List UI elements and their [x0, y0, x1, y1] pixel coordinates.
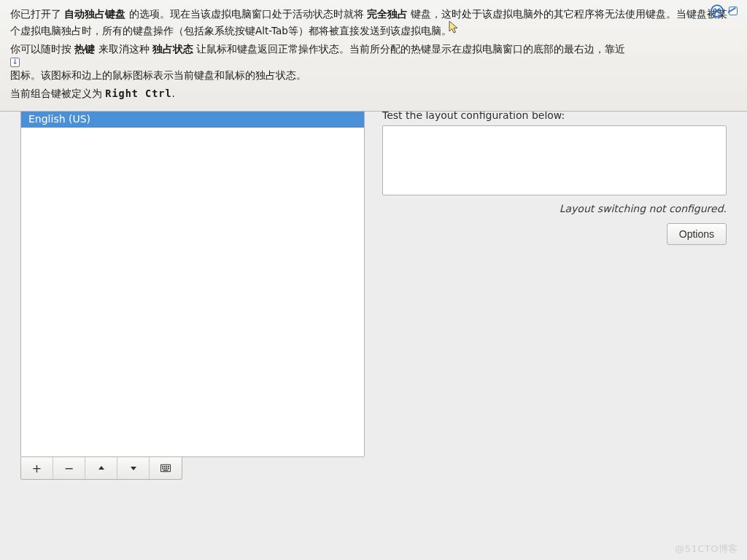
overlay-paragraph-3: 当前组合键被定义为 Right Ctrl. [10, 85, 737, 102]
move-down-button[interactable] [117, 457, 150, 479]
show-keyboard-button[interactable] [150, 457, 182, 479]
remove-layout-button[interactable]: − [53, 457, 85, 479]
svg-rect-7 [164, 468, 166, 470]
overlay-paragraph-1: 你已打开了 自动独占键盘 的选项。现在当该虚拟电脑窗口处于活动状态时就将 完全独… [10, 6, 737, 39]
svg-rect-2 [162, 466, 163, 467]
svg-rect-10 [163, 470, 169, 470]
list-item[interactable]: English (US) [21, 110, 364, 128]
keyboard-layout-list[interactable]: English (US) [20, 109, 365, 457]
test-layout-input[interactable] [382, 125, 727, 195]
add-layout-button[interactable]: + [21, 457, 53, 479]
svg-rect-8 [166, 468, 167, 470]
watermark-text: @51CTO博客 [675, 542, 738, 556]
close-overlay-icon[interactable] [711, 4, 724, 18]
svg-rect-6 [162, 468, 163, 470]
move-up-button[interactable] [85, 457, 117, 479]
svg-rect-5 [168, 466, 169, 467]
svg-rect-3 [164, 466, 166, 467]
overlay-paragraph-2: 你可以随时按 热键 来取消这种 独占状态 让鼠标和键盘返回正常操作状态。当前所分… [10, 41, 737, 84]
host-indicator-icon: ↓ [10, 58, 20, 67]
svg-rect-4 [166, 466, 167, 467]
layout-switch-note: Layout switching not configured. [382, 203, 727, 214]
options-button[interactable]: Options [667, 223, 727, 245]
vm-host-overlay: 你已打开了 自动独占键盘 的选项。现在当该虚拟电脑窗口处于活动状态时就将 完全独… [0, 0, 747, 112]
svg-rect-9 [168, 468, 169, 470]
layout-toolbar: + − [20, 457, 182, 480]
host-capture-icon [727, 4, 740, 18]
